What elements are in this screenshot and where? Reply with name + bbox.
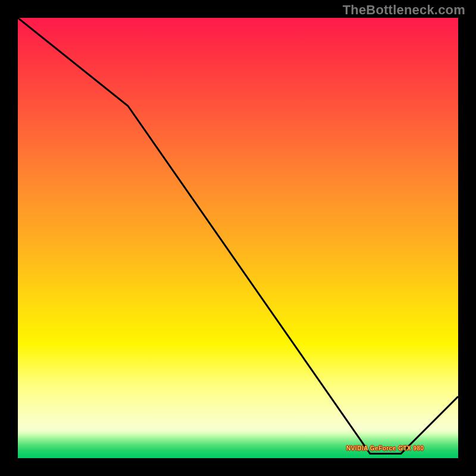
bottleneck-curve bbox=[18, 18, 458, 454]
watermark-label: TheBottleneck.com bbox=[343, 2, 465, 18]
plot-area: NVIDIA GeForce GTX 980 bbox=[18, 18, 458, 458]
chart-frame: TheBottleneck.com NVIDIA GeForce GTX 980 bbox=[0, 0, 476, 476]
gpu-annotation: NVIDIA GeForce GTX 980 bbox=[346, 445, 424, 452]
curve-svg bbox=[18, 18, 458, 458]
